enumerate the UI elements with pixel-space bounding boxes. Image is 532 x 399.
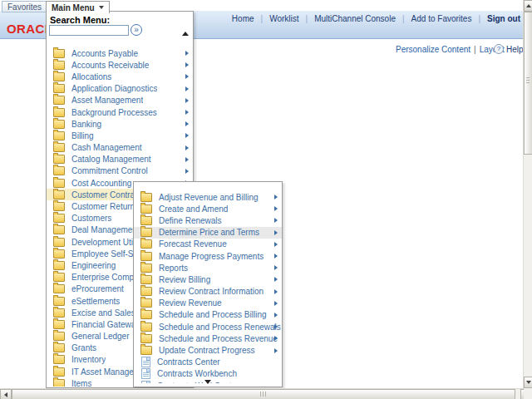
submenu-arrow-icon bbox=[185, 62, 189, 67]
submenu-item-determine-price-and-terms[interactable]: Determine Price and Terms bbox=[134, 227, 282, 239]
submenu-arrow-icon bbox=[185, 133, 189, 138]
submenu-item-review-contract-information[interactable]: Review Contract Information bbox=[134, 286, 282, 298]
menu-item-label: Commitment Control bbox=[71, 166, 148, 175]
submenu-arrow-icon bbox=[274, 254, 278, 259]
menu-item-commitment-control[interactable]: Commitment Control bbox=[47, 165, 193, 177]
submenu-arrow-icon bbox=[185, 169, 189, 174]
submenu-item-schedule-and-process-revenue[interactable]: Schedule and Process Revenue bbox=[134, 332, 282, 344]
folder-icon bbox=[53, 367, 65, 377]
menu-item-cash-management[interactable]: Cash Management bbox=[47, 142, 193, 154]
header-links: Home|Worklist|MultiChannel Console|Add t… bbox=[232, 14, 520, 23]
submenu-item-review-revenue[interactable]: Review Revenue bbox=[134, 298, 282, 309]
sign-out-link[interactable]: Sign out bbox=[487, 14, 520, 23]
arrow-left-icon bbox=[4, 392, 7, 397]
folder-icon bbox=[140, 204, 152, 214]
menu-item-label: Contracts Workbench bbox=[157, 369, 237, 378]
submenu-item-adjust-revenue-and-billing[interactable]: Adjust Revenue and Billing bbox=[134, 191, 282, 203]
folder-icon bbox=[53, 273, 65, 282]
submenu-item-update-contract-progress[interactable]: Update Contract Progress bbox=[134, 344, 282, 356]
menu-item-label: Catalog Management bbox=[71, 155, 151, 164]
menu-item-label: General Ledger bbox=[71, 332, 130, 341]
submenu-arrow-icon bbox=[185, 157, 189, 162]
menu-item-label: Schedule and Process Renewals bbox=[159, 323, 281, 332]
search-go-button[interactable]: » bbox=[131, 24, 142, 36]
menu-item-allocations[interactable]: Allocations bbox=[47, 71, 193, 82]
menu-item-label: Application Diagnostics bbox=[71, 84, 157, 93]
menu-item-label: Asset Management bbox=[71, 96, 143, 105]
submenu-arrow-icon bbox=[185, 121, 189, 126]
folder-icon bbox=[140, 334, 152, 343]
menu-item-label: Review Billing bbox=[159, 275, 210, 284]
submenu-item-contracts-center[interactable]: Contracts Center bbox=[134, 357, 282, 368]
submenu-item-contracts-workbench[interactable]: Contracts Workbench bbox=[134, 368, 282, 380]
submenu-item-forecast-revenue[interactable]: Forecast Revenue bbox=[134, 239, 282, 250]
menu-item-label: Inventory bbox=[71, 355, 106, 364]
folder-icon bbox=[53, 320, 65, 329]
scroll-up-button[interactable] bbox=[524, 0, 532, 12]
folder-icon bbox=[140, 323, 152, 332]
menu-item-label: Grants bbox=[71, 343, 96, 352]
menu-item-label: Determine Price and Terms bbox=[159, 228, 259, 237]
menu-item-label: Contracts WorkCenter bbox=[157, 382, 239, 383]
scroll-left-button[interactable] bbox=[0, 389, 12, 399]
folder-icon bbox=[53, 155, 65, 164]
folder-icon bbox=[53, 131, 65, 140]
vertical-scroll-thumb[interactable] bbox=[524, 12, 532, 155]
submenu-item-review-billing[interactable]: Review Billing bbox=[134, 273, 282, 285]
menu-scroll-up-icon[interactable] bbox=[182, 32, 189, 36]
submenu-arrow-icon bbox=[185, 145, 189, 150]
menu-item-application-diagnostics[interactable]: Application Diagnostics bbox=[47, 83, 193, 95]
main-menu-tab[interactable]: Main Menu bbox=[46, 1, 110, 13]
folder-icon bbox=[53, 284, 65, 293]
submenu-arrow-icon bbox=[274, 230, 278, 235]
submenu-arrow-icon bbox=[185, 110, 189, 115]
submenu-arrow-icon bbox=[185, 98, 189, 103]
vertical-scrollbar[interactable] bbox=[523, 0, 532, 388]
help-label: Help bbox=[506, 45, 524, 54]
menu-item-label: Schedule and Process Revenue bbox=[159, 334, 278, 343]
header-link-home[interactable]: Home bbox=[232, 14, 254, 23]
folder-icon bbox=[53, 49, 65, 58]
menu-item-label: Engineering bbox=[71, 261, 116, 270]
submenu-item-define-renewals[interactable]: Define Renewals bbox=[134, 214, 282, 226]
submenu-arrow-icon bbox=[274, 336, 278, 341]
header-link-multichannel-console[interactable]: MultiChannel Console bbox=[314, 14, 396, 23]
menu-item-accounts-receivable[interactable]: Accounts Receivable bbox=[47, 59, 193, 71]
menu-item-asset-management[interactable]: Asset Management bbox=[47, 95, 193, 106]
scroll-down-button[interactable] bbox=[524, 377, 532, 388]
header-link-add-to-favorites[interactable]: Add to Favorites bbox=[411, 14, 472, 23]
submenu-item-schedule-and-process-renewals[interactable]: Schedule and Process Renewals bbox=[134, 321, 282, 332]
submenu-item-reports[interactable]: Reports bbox=[134, 262, 282, 273]
menu-item-label: Accounts Receivable bbox=[71, 61, 149, 70]
link-separator: | bbox=[261, 14, 264, 23]
header-link-worklist[interactable]: Worklist bbox=[269, 14, 298, 23]
menu-item-accounts-payable[interactable]: Accounts Payable bbox=[47, 47, 193, 59]
menu-item-banking[interactable]: Banking bbox=[47, 118, 193, 130]
folder-icon bbox=[140, 216, 152, 225]
submenu-item-schedule-and-process-billing[interactable]: Schedule and Process Billing bbox=[134, 309, 282, 321]
submenu-arrow-icon bbox=[185, 86, 189, 91]
folder-icon bbox=[53, 379, 65, 387]
menu-item-label: Items bbox=[71, 379, 91, 387]
folder-icon bbox=[140, 275, 152, 284]
folder-icon bbox=[53, 179, 65, 188]
menu-item-catalog-management[interactable]: Catalog Management bbox=[47, 154, 193, 165]
submenu-item-create-and-amend[interactable]: Create and Amend bbox=[134, 203, 282, 214]
submenu-item-manage-progress-payments[interactable]: Manage Progress Payments bbox=[134, 250, 282, 262]
menu-item-label: Banking bbox=[71, 120, 101, 129]
personalize-content-link[interactable]: Personalize Content bbox=[396, 45, 470, 54]
horizontal-scrollbar[interactable] bbox=[0, 388, 532, 399]
help-link[interactable]: ? Help bbox=[494, 44, 524, 54]
horizontal-scroll-thumb[interactable] bbox=[12, 389, 515, 399]
submenu-list: Adjust Revenue and BillingCreate and Ame… bbox=[134, 191, 282, 383]
submenu-scroll-down-icon[interactable] bbox=[204, 380, 211, 384]
folder-icon bbox=[140, 239, 152, 249]
menu-item-label: Forecast Revenue bbox=[159, 239, 227, 249]
folder-icon bbox=[140, 193, 152, 202]
submenu-arrow-icon bbox=[274, 289, 278, 294]
menu-item-billing[interactable]: Billing bbox=[47, 130, 193, 141]
search-menu-input[interactable] bbox=[49, 25, 129, 36]
menu-item-label: Contracts Center bbox=[157, 357, 220, 367]
folder-icon bbox=[53, 308, 65, 318]
menu-item-background-processes[interactable]: Background Processes bbox=[47, 106, 193, 118]
